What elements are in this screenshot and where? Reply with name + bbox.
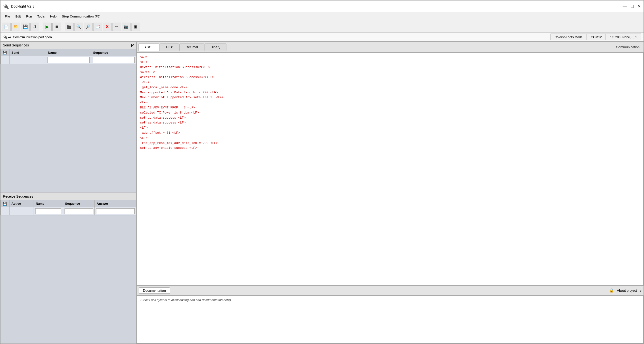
- tab-binary[interactable]: Binary: [204, 43, 226, 51]
- comm-line-14: <LF>: [140, 126, 640, 131]
- title-bar: 🔌 Docklight V2.3 — □ ✕: [0, 0, 644, 12]
- colors-fonts-badge[interactable]: Colors&Fonts Mode: [550, 33, 587, 40]
- recv-col-active: Active: [10, 200, 34, 207]
- communication-label: Communication: [616, 45, 642, 49]
- documentation-body: (Click Lock symbol to allow editing and …: [137, 295, 644, 344]
- recv-name-input-1[interactable]: [35, 208, 61, 214]
- port-badge[interactable]: COM12: [587, 33, 606, 40]
- menu-tools[interactable]: Tools: [35, 14, 47, 19]
- menu-stop-communication[interactable]: Stop Communication (F6): [60, 14, 103, 19]
- comm-line-2: Device Initialization Success<CR><LF>: [140, 65, 640, 70]
- window-controls: — □ ✕: [622, 4, 641, 8]
- menu-bar: File Edit Run Tools Help Stop Communicat…: [0, 12, 644, 21]
- menu-help[interactable]: Help: [48, 14, 59, 19]
- send-row1-seq[interactable]: [91, 56, 136, 64]
- send-col-name: Name: [46, 49, 91, 56]
- toolbar-screenshot-button[interactable]: 📷: [122, 23, 130, 31]
- send-name-input-1[interactable]: [48, 57, 90, 63]
- comm-line-13: set ae data success <LF>: [140, 120, 640, 126]
- send-row1-send: [10, 56, 46, 64]
- toolbar-stop-button[interactable]: ■: [52, 23, 61, 31]
- recv-col-icon: 💾: [1, 200, 10, 207]
- about-project-link[interactable]: About project: [617, 289, 637, 293]
- send-sequences-panel: Send Sequences |< 💾 Send Name Se: [0, 42, 136, 192]
- recv-row1-ans[interactable]: [95, 207, 136, 215]
- comm-line-7: Max supported Adv Data length is 200 <LF…: [140, 90, 640, 95]
- menu-file[interactable]: File: [2, 14, 12, 19]
- left-panel: Send Sequences |< 💾 Send Name Se: [0, 42, 137, 344]
- app-icon: 🔌: [3, 3, 9, 9]
- toolbar-record-button[interactable]: 🎬: [65, 23, 74, 31]
- doc-v-link[interactable]: v: [640, 289, 642, 293]
- recv-col-answer: Answer: [95, 200, 136, 207]
- tab-ascii[interactable]: ASCII: [138, 43, 160, 51]
- toolbar-print-button[interactable]: 🖨: [30, 23, 39, 31]
- comm-line-1: <LF>: [140, 60, 640, 65]
- maximize-button[interactable]: □: [631, 4, 634, 8]
- doc-right: 🔒 About project v: [609, 288, 642, 293]
- toolbar-grid-button[interactable]: ▦: [131, 23, 140, 31]
- comm-line-4: Wireless Initialization Success<CR><LF>: [140, 75, 640, 80]
- receive-table: 💾 Active Name Sequence Answer: [0, 200, 136, 215]
- documentation-section: Documentation 🔒 About project v (Click L…: [137, 285, 644, 344]
- connection-status: Commmunication port open: [13, 35, 548, 39]
- comm-line-16: <LF>: [140, 136, 640, 141]
- send-col-send: Send: [10, 49, 46, 56]
- comm-line-10: BLE_AE_ADV_EVNT_PROP = 3 <LF>: [140, 105, 640, 110]
- toolbar-new-button[interactable]: 📄: [2, 23, 11, 31]
- send-panel-collapse[interactable]: |<: [131, 43, 134, 47]
- documentation-placeholder: (Click Lock symbol to allow editing and …: [140, 298, 231, 302]
- right-panel: ASCII HEX Decimal Binary Communication <…: [137, 42, 644, 344]
- menu-run[interactable]: Run: [24, 14, 34, 19]
- recv-row1-name[interactable]: [34, 207, 63, 215]
- recv-row1-icon: [1, 207, 10, 215]
- communication-area: <CR> <LF> Device Initialization Success<…: [137, 52, 644, 285]
- minimize-button[interactable]: —: [622, 4, 627, 8]
- receive-table-area: 💾 Active Name Sequence Answer: [0, 200, 136, 344]
- status-right: Colors&Fonts Mode COM12 115200, None, 8,…: [550, 33, 641, 40]
- comm-line-0: <CR>: [140, 55, 640, 60]
- main-content: Send Sequences |< 💾 Send Name Se: [0, 42, 644, 344]
- toolbar-edit-button[interactable]: ✏: [112, 23, 121, 31]
- comm-line-5: <LF>: [140, 80, 640, 85]
- recv-ans-input-1[interactable]: [96, 208, 135, 214]
- tabs-row: ASCII HEX Decimal Binary Communication: [137, 42, 644, 52]
- toolbar-save-button[interactable]: 💾: [21, 23, 30, 31]
- recv-row-1: [1, 207, 136, 215]
- tab-decimal[interactable]: Decimal: [180, 43, 204, 51]
- title-left: 🔌 Docklight V2.3: [3, 3, 34, 9]
- send-sequences-header: Send Sequences |<: [0, 42, 136, 49]
- comm-line-3: <CR><LF>: [140, 70, 640, 75]
- lock-icon: 🔒: [609, 288, 614, 293]
- app-title: Docklight V2.3: [11, 4, 34, 8]
- toolbar-sep-2: [63, 23, 63, 30]
- receive-sequences-label: Receive Sequences: [3, 194, 33, 198]
- comm-line-6: get_local_name done <LF>: [140, 85, 640, 90]
- toolbar-search-button[interactable]: 🔍: [74, 23, 83, 31]
- toolbar-sep-1: [41, 23, 41, 30]
- tab-hex[interactable]: HEX: [160, 43, 179, 51]
- menu-edit[interactable]: Edit: [13, 14, 23, 19]
- recv-row1-seq[interactable]: [63, 207, 95, 215]
- toolbar-open-button[interactable]: 📂: [12, 23, 20, 31]
- comm-line-15: adv_offset = 31 <LF>: [140, 131, 640, 136]
- toolbar-error-button[interactable]: ✖: [103, 23, 112, 31]
- send-seq-input-1[interactable]: [93, 57, 135, 63]
- recv-col-sequence: Sequence: [63, 200, 95, 207]
- toolbar-bookmark-button[interactable]: 📑: [93, 23, 102, 31]
- toolbar-find-button[interactable]: 🔎: [84, 23, 92, 31]
- comm-line-17: rsi_app_resp_max_adv_data_len = 200 <LF>: [140, 141, 640, 146]
- recv-seq-input-1[interactable]: [64, 208, 93, 214]
- send-sequences-label: Send Sequences: [3, 43, 29, 47]
- baud-badge[interactable]: 115200, None, 8, 1: [606, 33, 641, 40]
- status-bar: 🔌➡ Commmunication port open Colors&Fonts…: [0, 32, 644, 42]
- close-button[interactable]: ✕: [638, 4, 641, 8]
- comm-line-9: <LF>: [140, 100, 640, 105]
- recv-col-name: Name: [34, 200, 63, 207]
- send-row-1: [1, 56, 136, 64]
- send-row1-name[interactable]: [46, 56, 91, 64]
- toolbar-run-button[interactable]: ▶: [43, 23, 52, 31]
- send-table: 💾 Send Name Sequence: [0, 49, 136, 64]
- documentation-tab[interactable]: Documentation: [139, 287, 170, 294]
- comm-line-8: Max number of supported Adv sets are 2 <…: [140, 95, 640, 100]
